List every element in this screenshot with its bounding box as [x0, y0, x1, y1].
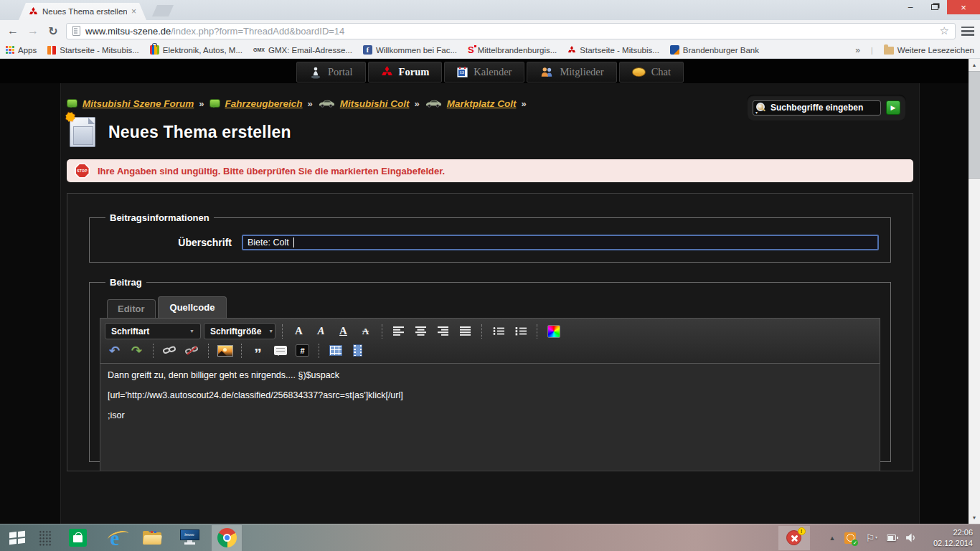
- scrollbar-thumb[interactable]: [969, 71, 980, 179]
- nav-item-kalender[interactable]: 13 Kalender: [444, 62, 524, 83]
- close-button[interactable]: ×: [947, 0, 980, 14]
- subject-input[interactable]: [242, 235, 879, 250]
- page-scrollbar[interactable]: ▲ ▼: [969, 59, 980, 524]
- font-size-dropdown[interactable]: Schriftgröße ▼: [204, 323, 275, 339]
- spoiler-button[interactable]: [270, 342, 290, 359]
- tray-globe-icon[interactable]: [844, 532, 856, 544]
- post-info-legend: Beitragsinformationen: [105, 212, 214, 223]
- tab-quellcode[interactable]: Quellcode: [158, 296, 227, 318]
- action-center-button[interactable]: ⚐ ▾: [865, 532, 877, 544]
- taskbar-clock[interactable]: 22:06 02.12.2014: [928, 527, 973, 549]
- insert-link-button[interactable]: [160, 342, 179, 359]
- dots-grid-icon[interactable]: [39, 530, 52, 546]
- italic-button[interactable]: A: [311, 323, 331, 339]
- bookmarks-overflow-chevron[interactable]: »: [855, 45, 860, 55]
- start-button[interactable]: [0, 524, 34, 551]
- ordered-list-icon: [515, 326, 527, 336]
- search-box: ▾ ▶: [747, 95, 906, 121]
- toolbar-separator: [208, 344, 209, 358]
- taskbar-chrome-button[interactable]: [211, 524, 242, 551]
- portal-person-icon: [309, 66, 322, 79]
- strikethrough-button[interactable]: A: [356, 323, 375, 339]
- bank-icon: [670, 45, 679, 55]
- reload-button[interactable]: ↻: [46, 24, 60, 38]
- flag-icon: ⚐: [865, 532, 875, 544]
- nav-item-mitglieder[interactable]: Mitglieder: [527, 62, 616, 83]
- undo-button[interactable]: ↶: [105, 342, 124, 359]
- underline-button[interactable]: A: [334, 323, 353, 339]
- apps-label: Apps: [18, 46, 37, 55]
- taskbar-lenovo-button[interactable]: lenovo: [174, 524, 205, 551]
- bookmark-item[interactable]: Brandenburger Bank: [670, 45, 759, 55]
- insert-media-button[interactable]: [348, 342, 367, 359]
- bookmark-star-icon[interactable]: ☆: [940, 24, 949, 37]
- remove-link-button[interactable]: [182, 342, 202, 359]
- toolbar-separator: [537, 324, 537, 339]
- breadcrumb-link[interactable]: Marktplatz Colt: [447, 98, 517, 109]
- address-bar[interactable]: www.mitsu-szene.de/index.php?form=Thread…: [66, 23, 956, 39]
- speaker-icon[interactable]: [905, 533, 916, 542]
- search-submit-button[interactable]: ▶: [886, 100, 900, 115]
- bullet-list-button[interactable]: [489, 323, 508, 339]
- insert-table-button[interactable]: [326, 342, 345, 359]
- forum-bubble-icon: [67, 99, 77, 108]
- clock-time: 22:06: [928, 527, 973, 538]
- font-family-dropdown[interactable]: Schriftart ▼: [105, 323, 201, 339]
- code-button[interactable]: #: [293, 342, 312, 359]
- breadcrumb-link[interactable]: Mitsubishi Szene Forum: [83, 98, 194, 109]
- other-bookmarks-button[interactable]: Weitere Lesezeichen: [884, 45, 974, 55]
- scroll-up-icon[interactable]: ▲: [972, 59, 977, 71]
- nav-item-chat[interactable]: Chat: [619, 62, 684, 83]
- bookmark-item[interactable]: Startseite - Mitsubis...: [567, 46, 659, 55]
- tab-editor[interactable]: Editor: [107, 299, 156, 318]
- message-textarea[interactable]: Dann greift zu, denn billiger geht es ni…: [100, 364, 880, 471]
- align-left-button[interactable]: [389, 323, 408, 339]
- align-center-button[interactable]: [411, 323, 430, 339]
- insert-image-button[interactable]: [215, 342, 235, 359]
- breadcrumb-link[interactable]: Mitsubishi Colt: [340, 98, 410, 109]
- nav-item-forum[interactable]: Forum: [368, 62, 443, 83]
- minimize-button[interactable]: –: [898, 0, 923, 14]
- url-path: /index.php?form=ThreadAdd&boardID=14: [171, 26, 344, 37]
- browser-tab[interactable]: Neues Thema erstellen - M ×: [19, 3, 146, 20]
- apps-shortcut[interactable]: Apps: [6, 46, 37, 55]
- tray-app-button[interactable]: !: [778, 526, 810, 550]
- media-film-icon: [353, 344, 362, 357]
- page-viewport: Portal Forum 13 Kalender: [0, 59, 980, 524]
- bookmark-item[interactable]: f Willkommen bei Fac...: [363, 45, 457, 55]
- bookmark-item[interactable]: GMX GMX: Email-Adresse...: [253, 46, 352, 55]
- sparkasse-icon: S: [468, 46, 474, 55]
- chrome-menu-icon[interactable]: [961, 27, 974, 36]
- align-right-button[interactable]: [433, 323, 453, 339]
- redo-button[interactable]: ↷: [127, 342, 146, 359]
- taskbar-store-button[interactable]: [62, 524, 93, 551]
- ordered-list-button[interactable]: [511, 323, 530, 339]
- forum-content: Mitsubishi Szene Forum » Fahrzeugbereich…: [60, 83, 920, 524]
- maximize-button[interactable]: [923, 0, 947, 14]
- toolbar-row-1: Schriftart ▼ Schriftgröße ▼ A A A A: [105, 321, 875, 341]
- tab-close-icon[interactable]: ×: [131, 6, 136, 17]
- bookmark-item[interactable]: Elektronik, Autos, M...: [150, 45, 242, 55]
- new-tab-button[interactable]: [152, 5, 174, 17]
- url-text[interactable]: www.mitsu-szene.de/index.php?form=Thread…: [85, 26, 935, 37]
- search-input[interactable]: [753, 100, 881, 116]
- nav-label: Forum: [399, 66, 430, 78]
- align-justify-button[interactable]: [456, 323, 475, 339]
- scroll-down-icon[interactable]: ▼: [972, 512, 977, 524]
- battery-icon[interactable]: [887, 534, 896, 541]
- breadcrumb-separator: »: [308, 98, 313, 109]
- bookmark-item[interactable]: Startseite - Mitsubis...: [47, 46, 139, 55]
- chat-bubble-icon: [632, 67, 646, 77]
- nav-item-portal[interactable]: Portal: [296, 62, 366, 83]
- bookmark-item[interactable]: S Mittelbrandenburgis...: [468, 46, 557, 55]
- chevron-down-icon: ▼: [268, 329, 273, 334]
- taskbar-explorer-button[interactable]: [136, 524, 168, 551]
- quote-button[interactable]: ”: [248, 342, 268, 359]
- page-info-icon[interactable]: [72, 26, 80, 36]
- back-button[interactable]: ←: [6, 24, 20, 37]
- show-hidden-icons-arrow[interactable]: ▲: [829, 534, 836, 542]
- breadcrumb-link[interactable]: Fahrzeugbereich: [225, 98, 303, 109]
- bold-button[interactable]: A: [289, 323, 308, 339]
- font-color-button[interactable]: [544, 323, 563, 339]
- taskbar-ie-button[interactable]: e: [99, 524, 131, 551]
